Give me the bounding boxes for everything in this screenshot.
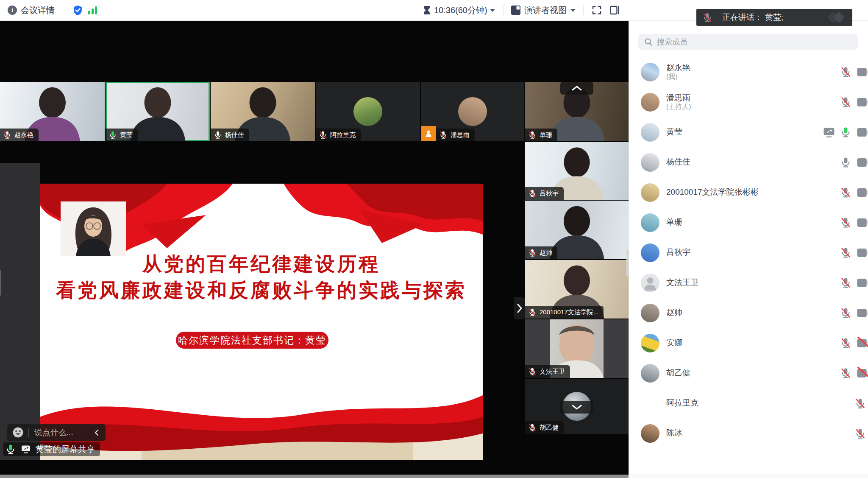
mic-muted-icon bbox=[528, 249, 537, 257]
participant-name: 赵永艳 bbox=[14, 131, 33, 139]
mic-muted-icon[interactable] bbox=[840, 96, 851, 108]
mic-muted-icon[interactable] bbox=[840, 66, 851, 78]
stage-gutter bbox=[0, 163, 40, 460]
side-panel-icon bbox=[609, 5, 620, 15]
participant-video-tile[interactable]: 单珊 bbox=[525, 82, 629, 141]
security-shield-button[interactable] bbox=[72, 0, 83, 20]
member-row[interactable]: 文法王卫 bbox=[629, 268, 868, 298]
filmstrip-next-page-button[interactable] bbox=[514, 297, 525, 319]
meeting-window: 从党的百年纪律建设历程 看党风廉政建设和反腐败斗争的实践与探索 哈尔滨学院法社支… bbox=[0, 0, 868, 478]
mic-muted-icon[interactable] bbox=[840, 367, 851, 379]
camera-on-icon[interactable] bbox=[856, 306, 868, 320]
meeting-app-logo bbox=[827, 11, 847, 24]
camera-off-icon[interactable] bbox=[856, 366, 868, 380]
member-name: 文法王卫 bbox=[666, 278, 698, 288]
member-row[interactable]: 杨佳佳 bbox=[629, 147, 868, 177]
chevron-right-icon bbox=[517, 304, 523, 313]
camera-on-icon[interactable] bbox=[856, 276, 868, 290]
participant-video-tile[interactable]: 赵帅 bbox=[525, 201, 629, 259]
mic-muted-icon bbox=[439, 131, 448, 139]
mic-muted-icon[interactable] bbox=[840, 277, 851, 288]
camera-on-icon[interactable] bbox=[856, 65, 868, 79]
network-signal-button[interactable] bbox=[88, 0, 97, 20]
member-row[interactable]: 单珊 bbox=[629, 207, 868, 238]
camera-on-icon[interactable] bbox=[856, 246, 868, 260]
divider bbox=[67, 5, 67, 15]
chat-input[interactable]: 说点什么... bbox=[29, 427, 87, 438]
camera-on-icon[interactable] bbox=[856, 156, 868, 169]
mic-on-icon[interactable] bbox=[840, 157, 851, 168]
participant-avatar bbox=[458, 97, 487, 126]
camera-on-icon[interactable] bbox=[856, 95, 868, 109]
member-row[interactable]: 赵永艳 (我) bbox=[629, 57, 868, 87]
participant-name: 黄莹 bbox=[120, 131, 133, 139]
meeting-timer: 10:36(60分钟) bbox=[423, 0, 487, 20]
slide-title-line2: 看党风廉政建设和反腐败斗争的实践与探索 bbox=[40, 279, 483, 302]
participant-video-tile[interactable]: 赵永艳 bbox=[0, 82, 105, 141]
mic-speaking-icon bbox=[5, 444, 16, 455]
divider bbox=[504, 5, 504, 15]
camera-on-icon[interactable] bbox=[856, 186, 868, 199]
member-row[interactable]: 吕秋宇 bbox=[629, 238, 868, 268]
participant-name-tag: 赵帅 bbox=[525, 246, 557, 259]
participant-video-tile[interactable]: 杨佳佳 bbox=[211, 82, 315, 141]
side-panel-toggle-button[interactable] bbox=[609, 0, 620, 20]
mic-muted-icon[interactable] bbox=[840, 307, 851, 319]
avatar bbox=[641, 213, 659, 232]
member-name: 陈冰 bbox=[666, 428, 682, 438]
meeting-details-button[interactable]: i 会议详情 bbox=[8, 0, 55, 20]
meeting-details-label: 会议详情 bbox=[21, 5, 55, 16]
mic-muted-icon bbox=[702, 12, 712, 22]
participant-video-tile[interactable]: 20010017文法学院... bbox=[525, 260, 629, 319]
timer-dropdown-button[interactable] bbox=[490, 0, 495, 20]
fullscreen-icon bbox=[592, 5, 602, 15]
avatar bbox=[641, 93, 659, 112]
search-members-input[interactable]: 搜索成员 bbox=[638, 34, 858, 50]
collapse-chat-button[interactable] bbox=[87, 429, 106, 436]
member-name: 阿拉里克 bbox=[666, 398, 698, 408]
member-row[interactable]: 陈冰 bbox=[629, 418, 868, 448]
camera-on-icon[interactable] bbox=[856, 216, 868, 229]
mic-muted-icon[interactable] bbox=[854, 428, 866, 439]
member-name: 赵帅 bbox=[666, 308, 682, 318]
mic-speaking-icon[interactable] bbox=[840, 126, 851, 138]
mic-muted-icon[interactable] bbox=[840, 187, 851, 198]
mic-muted-icon[interactable] bbox=[840, 337, 851, 349]
member-name: 20010017文法学院张彬彬 bbox=[666, 187, 759, 197]
video-stage: 从党的百年纪律建设历程 看党风廉政建设和反腐败斗争的实践与探索 哈尔滨学院法社支… bbox=[0, 20, 629, 475]
hourglass-icon bbox=[423, 6, 431, 15]
camera-on-icon[interactable] bbox=[856, 126, 868, 139]
participant-video-tile[interactable]: 吕秋宇 bbox=[525, 142, 629, 200]
fullscreen-button[interactable] bbox=[592, 0, 602, 20]
member-row[interactable]: 黄莹 bbox=[629, 117, 868, 147]
member-row[interactable]: 胡乙健 bbox=[629, 358, 868, 388]
emoji-button[interactable] bbox=[7, 427, 28, 438]
member-row[interactable]: 赵帅 bbox=[629, 298, 868, 328]
mic-muted-icon[interactable] bbox=[840, 217, 851, 228]
scroll-down-button[interactable] bbox=[560, 401, 593, 414]
host-badge-icon bbox=[421, 126, 436, 141]
member-row[interactable]: 安娜 bbox=[629, 328, 868, 358]
avatar bbox=[641, 334, 659, 352]
participant-name-tag: 杨佳佳 bbox=[211, 129, 249, 141]
member-row[interactable]: 20010017文法学院张彬彬 bbox=[629, 177, 868, 207]
participant-name: 吕秋宇 bbox=[540, 190, 559, 198]
mic-muted-icon[interactable] bbox=[840, 247, 851, 258]
participant-video-tile[interactable]: 阿拉里克 bbox=[316, 82, 420, 141]
panel-resize-handle[interactable] bbox=[0, 270, 0, 296]
participant-name-tag: 阿拉里克 bbox=[316, 129, 361, 141]
camera-off-icon[interactable] bbox=[856, 336, 868, 350]
participant-video-tile[interactable]: 文法王卫 bbox=[525, 319, 629, 378]
scroll-up-button[interactable] bbox=[560, 82, 593, 95]
chat-quick-bar: 说点什么... bbox=[7, 424, 106, 441]
member-row[interactable]: 阿拉里克 bbox=[629, 388, 868, 418]
member-row[interactable]: 潘思雨 (主持人) bbox=[629, 87, 868, 117]
participant-video-tile[interactable]: 黄莹 bbox=[106, 82, 210, 141]
participant-video-tile[interactable]: 胡乙健 bbox=[525, 379, 629, 434]
participant-video-tile[interactable]: 潘思雨 bbox=[421, 82, 524, 141]
view-mode-button[interactable]: 演讲者视图 bbox=[511, 0, 576, 20]
screen-share-icon bbox=[20, 444, 32, 454]
mic-muted-icon[interactable] bbox=[854, 397, 866, 409]
panel-resize-handle[interactable] bbox=[626, 249, 629, 276]
smiley-icon bbox=[12, 427, 24, 438]
